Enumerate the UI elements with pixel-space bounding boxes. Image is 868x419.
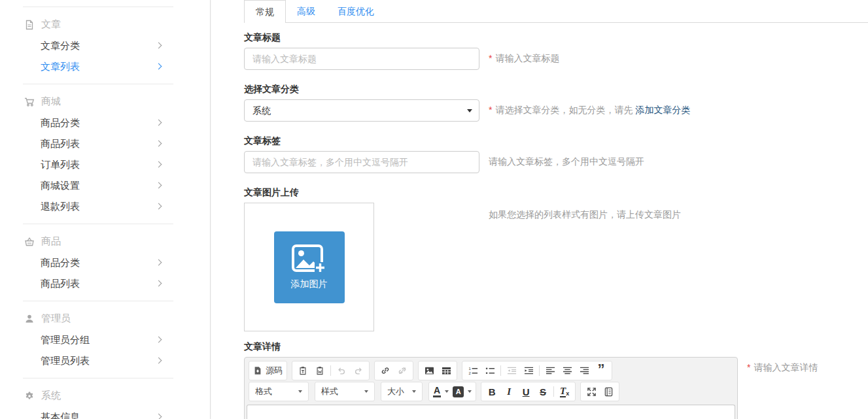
underline-button[interactable]: U: [517, 383, 534, 400]
sidebar-item-admin-groups[interactable]: 管理员分组: [0, 329, 210, 350]
text-color-icon: A: [433, 386, 441, 397]
field-hint: 如果您选择的列表样式有图片，请上传文章图片: [489, 209, 681, 221]
paste-from-word-button[interactable]: [311, 362, 328, 379]
category-select[interactable]: 系统: [244, 99, 479, 122]
sidebar-item-goods-list[interactable]: 商品列表: [0, 133, 210, 154]
source-code-button[interactable]: 源码: [251, 362, 285, 379]
format-combo[interactable]: 格式: [249, 382, 309, 401]
chevron-down-icon: [445, 390, 449, 393]
divider: [23, 378, 173, 378]
sidebar-item-article-list[interactable]: 文章列表: [0, 56, 210, 77]
align-center-button[interactable]: [559, 362, 576, 379]
text-color-button[interactable]: A: [431, 383, 451, 400]
show-blocks-button[interactable]: [600, 383, 617, 400]
background-color-button[interactable]: A: [451, 383, 474, 400]
quote-icon: ”: [598, 366, 605, 375]
align-right-button[interactable]: [576, 362, 593, 379]
bold-button[interactable]: B: [483, 383, 500, 400]
article-form: 文章标题 *请输入文章标题 选择文章分类 系统: [244, 23, 868, 419]
field-article-title: 文章标题 *请输入文章标题: [244, 32, 868, 70]
chevron-right-icon: [156, 182, 162, 189]
chevron-right-icon: [156, 414, 162, 419]
tab-baidu-seo[interactable]: 百度优化: [326, 0, 385, 22]
styles-combo[interactable]: 样式: [315, 382, 375, 401]
chevron-down-icon: [364, 390, 368, 393]
add-category-link[interactable]: 添加文章分类: [635, 105, 690, 115]
required-mark: *: [489, 53, 492, 63]
article-title-input[interactable]: [244, 48, 479, 70]
maximize-button[interactable]: [583, 383, 600, 400]
chevron-right-icon: [156, 203, 162, 210]
toolbar-separator: [539, 365, 540, 376]
sidebar-item-order-list[interactable]: 订单列表: [0, 154, 210, 175]
remove-format-button[interactable]: T x: [556, 383, 573, 400]
redo-icon: [354, 366, 363, 375]
font-size-combo[interactable]: 大小: [381, 382, 423, 401]
outdent-icon: [507, 366, 517, 375]
unlink-button[interactable]: [394, 362, 411, 379]
sidebar-item-product-categories[interactable]: 商品分类: [0, 252, 210, 273]
align-right-icon: [580, 366, 589, 375]
chevron-right-icon: [156, 280, 162, 287]
divider: [23, 7, 173, 7]
blockquote-button[interactable]: ”: [593, 362, 610, 379]
add-image-button[interactable]: 添加图片: [274, 231, 345, 303]
strikethrough-button[interactable]: S: [534, 383, 551, 400]
chevron-down-icon: [467, 109, 472, 112]
insert-image-button[interactable]: [421, 362, 438, 379]
chevron-down-icon: [298, 390, 302, 393]
field-label: 文章标题: [244, 32, 868, 45]
toolbar-separator: [500, 365, 501, 376]
sidebar-item-basic-info[interactable]: 基本信息: [0, 407, 210, 419]
divider: [23, 224, 173, 224]
ordered-list-icon: 12: [468, 366, 478, 375]
toolbar-separator: [553, 386, 554, 397]
align-left-icon: [546, 366, 555, 375]
redo-button[interactable]: [350, 362, 367, 379]
tab-advanced[interactable]: 高级: [286, 0, 326, 22]
basket-icon: [24, 237, 35, 247]
italic-button[interactable]: I: [500, 383, 517, 400]
ordered-list-button[interactable]: 12: [464, 362, 481, 379]
article-tags-input[interactable]: [244, 151, 479, 173]
sidebar-item-mall-settings[interactable]: 商城设置: [0, 175, 210, 196]
chevron-right-icon: [156, 63, 162, 70]
sidebar-section-admin: 管理员: [0, 308, 210, 329]
sidebar-section-mall: 商城: [0, 91, 210, 112]
section-label: 文章: [41, 18, 61, 31]
sidebar-item-goods-categories[interactable]: 商品分类: [0, 112, 210, 133]
user-icon: [24, 314, 35, 324]
sidebar-section-product: 商品: [0, 231, 210, 252]
image-upload-box: 添加图片: [244, 203, 374, 331]
field-hint: *请输入文章标题: [489, 53, 559, 65]
link-button[interactable]: [377, 362, 394, 379]
sidebar-item-product-list[interactable]: 商品列表: [0, 273, 210, 294]
paste-as-text-button[interactable]: [294, 362, 311, 379]
sidebar-item-refund-list[interactable]: 退款列表: [0, 196, 210, 217]
align-left-button[interactable]: [542, 362, 559, 379]
field-hint: *请选择文章分类，如无分类，请先添加文章分类: [489, 105, 690, 116]
undo-button[interactable]: [333, 362, 350, 379]
source-icon: [253, 366, 262, 375]
sidebar-section-system: 系统: [0, 385, 210, 407]
sidebar-item-admin-list[interactable]: 管理员列表: [0, 350, 210, 371]
align-center-icon: [563, 366, 572, 375]
divider: [23, 84, 173, 84]
tab-general[interactable]: 常规: [244, 0, 286, 23]
bulleted-list-button[interactable]: [481, 362, 498, 379]
indent-button[interactable]: [520, 362, 537, 379]
field-hint: *请输入文章详情: [747, 362, 818, 374]
field-label: 文章图片上传: [244, 187, 868, 200]
image-icon: [425, 366, 434, 375]
sidebar-item-article-categories[interactable]: 文章分类: [0, 35, 210, 56]
insert-table-button[interactable]: [438, 362, 455, 379]
cart-icon: [24, 97, 35, 107]
field-article-category: 选择文章分类 系统 *请选择文章分类，如无分类，请先添加文章分类: [244, 84, 868, 122]
outdent-button[interactable]: [503, 362, 520, 379]
file-icon: [24, 20, 35, 30]
bulleted-list-icon: [485, 366, 495, 375]
editor-content[interactable]: [247, 405, 735, 419]
maximize-icon: [587, 387, 597, 397]
divider: [23, 301, 173, 301]
paste-text-icon: [298, 366, 307, 375]
